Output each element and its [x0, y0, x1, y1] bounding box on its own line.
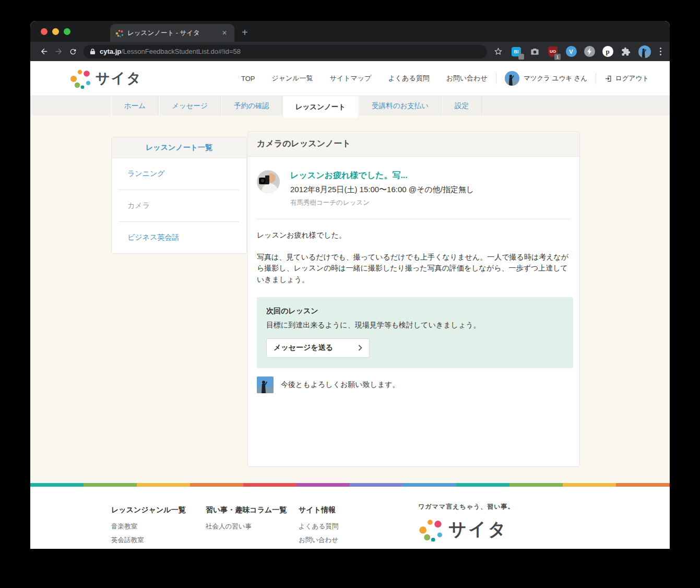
desktop: レッスンノート - サイタ ✕ + cyta.jp/LessonFeedbac — [0, 0, 700, 588]
site-footer: レッスンジャンル一覧 音楽教室 英会話教室 語学の習い事 習い事・趣味コラム一覧… — [30, 487, 670, 549]
divider — [496, 73, 496, 84]
cyta-dots-icon — [418, 518, 442, 542]
nav-sitemap[interactable]: サイトマップ — [330, 74, 372, 83]
url-host: cyta.jp — [100, 48, 121, 55]
reload-button[interactable] — [66, 44, 80, 59]
lesson-note-panel: カメラのレッスンノート レッスンお疲れ様でした。写... 2012年8月25日(… — [247, 131, 580, 467]
browser-tab-title: レッスンノート - サイタ — [127, 29, 220, 38]
global-nav: TOP ジャンル一覧 サイトマップ よくある質問 お問い合わせ — [241, 74, 488, 83]
logout-icon — [604, 75, 612, 83]
browser-window: レッスンノート - サイタ ✕ + cyta.jp/LessonFeedbac — [30, 21, 670, 549]
tab-reservations[interactable]: 予約の確認 — [221, 96, 282, 115]
logout-label: ログアウト — [615, 74, 649, 83]
user-name: マツクラ ユウキ さん — [524, 74, 587, 83]
lock-icon — [90, 48, 96, 55]
next-lesson-box: 次回のレッスン 目標に到達出来るように、現場見学等も検討していきましょう。 メッ… — [257, 297, 573, 368]
ublock-badge: 1 — [554, 54, 561, 60]
lightning-extension-icon[interactable] — [584, 46, 595, 57]
user-avatar — [505, 71, 519, 86]
lesson-datetime: 2012年8月25日(土) 15:00〜16:00 @その他/指定無し — [290, 185, 474, 195]
url-path: /LessonFeedbackStudentList.do#!id=58 — [121, 48, 241, 55]
sidebar-item-camera: カメラ — [112, 190, 246, 221]
footer-column-genres: レッスンジャンル一覧 音楽教室 英会話教室 語学の習い事 — [111, 505, 206, 549]
tab-lesson-notes[interactable]: レッスンノート — [282, 96, 359, 118]
new-tab-button[interactable]: + — [242, 27, 248, 42]
nav-genre-list[interactable]: ジャンル一覧 — [271, 74, 313, 83]
content-area: レッスンノート一覧 ランニング カメラ ビジネス英会話 カメラのレッスンノート — [30, 115, 670, 483]
footer-link-contact[interactable]: お問い合わせ — [299, 536, 382, 545]
coach-avatar — [257, 170, 280, 193]
browser-menu-icon[interactable] — [658, 48, 663, 55]
site-logo[interactable]: サイタ — [69, 68, 142, 89]
close-window-button[interactable] — [41, 28, 48, 35]
panel-title: カメラのレッスンノート — [248, 132, 579, 157]
ublock-extension-icon[interactable]: UO 1 — [547, 46, 559, 57]
browser-profile-avatar[interactable] — [638, 45, 651, 58]
lesson-note-link[interactable]: レッスンお疲れ様でした。写... — [290, 170, 474, 181]
browser-tab[interactable]: レッスンノート - サイタ ✕ — [110, 24, 234, 42]
account-tabbar: ホーム メッセージ 予約の確認 レッスンノート 受講料のお支払い 設定 — [30, 96, 670, 115]
footer-tagline: ワガママ言えちゃう、習い事。 — [418, 502, 515, 511]
footer-logo-text: サイタ — [448, 518, 507, 542]
footer-link-english[interactable]: 英会話教室 — [111, 536, 206, 545]
student-reply-text: 今後ともよろしくお願い致します。 — [281, 380, 400, 390]
back-button[interactable] — [37, 44, 51, 59]
send-message-button[interactable]: メッセージを送る — [266, 338, 370, 358]
cyta-dots-icon — [69, 68, 90, 89]
next-lesson-title: 次回のレッスン — [266, 307, 564, 316]
divider — [257, 219, 571, 219]
student-avatar — [257, 377, 274, 393]
divider — [596, 73, 596, 84]
nav-contact[interactable]: お問い合わせ — [446, 74, 488, 83]
lesson-entry-meta: レッスンお疲れ様でした。写... 2012年8月25日(土) 15:00〜16:… — [290, 170, 474, 207]
sidebar-title: レッスンノート一覧 — [112, 137, 246, 158]
lesson-note-sidebar: レッスンノート一覧 ランニング カメラ ビジネス英会話 — [111, 137, 247, 254]
nav-faq[interactable]: よくある質問 — [388, 74, 430, 83]
site-logo-text: サイタ — [96, 69, 142, 88]
footer-column-site-info: サイト情報 よくある質問 お問い合わせ ニュース — [299, 505, 382, 549]
nav-top[interactable]: TOP — [241, 75, 255, 83]
footer-logo[interactable]: サイタ — [418, 518, 515, 542]
pinterest-extension-icon[interactable]: p — [602, 46, 613, 57]
footer-link-faq[interactable]: よくある質問 — [299, 522, 382, 531]
bookmark-star-icon[interactable] — [492, 46, 504, 57]
sidebar-item-business-english[interactable]: ビジネス英会話 — [112, 222, 246, 253]
close-tab-icon[interactable]: ✕ — [220, 28, 229, 38]
student-reply: 今後ともよろしくお願い致します。 — [257, 377, 571, 393]
logout-link[interactable]: ログアウト — [604, 74, 649, 83]
lesson-entry-header: レッスンお疲れ様でした。写... 2012年8月25日(土) 15:00〜16:… — [257, 170, 571, 207]
site-favicon — [115, 29, 123, 37]
vimium-extension-icon[interactable]: V — [565, 46, 577, 57]
tab-messages[interactable]: メッセージ — [159, 96, 221, 115]
browser-tabstrip: レッスンノート - サイタ ✕ + — [30, 21, 670, 42]
footer-brand: ワガママ言えちゃう、習い事。 サイタ — [418, 502, 515, 542]
note-paragraph-1: レッスンお疲れ様でした。 — [257, 230, 570, 241]
zoom-window-button[interactable] — [64, 28, 70, 35]
hatena-extension-icon[interactable]: B! — [511, 46, 522, 57]
tab-home[interactable]: ホーム — [111, 96, 159, 115]
forward-button[interactable] — [51, 44, 66, 59]
panel-body: レッスンお疲れ様でした。写... 2012年8月25日(土) 15:00〜16:… — [248, 157, 579, 466]
tab-settings[interactable]: 設定 — [442, 96, 482, 115]
browser-toolbar: cyta.jp/LessonFeedbackStudentList.do#!id… — [30, 42, 670, 61]
extensions-bar: B! UO 1 V p — [492, 45, 663, 58]
footer-column-columns: 習い事・趣味コラム一覧 社会人の習い事 — [206, 505, 299, 549]
tab-payments[interactable]: 受講料のお支払い — [359, 96, 442, 115]
extensions-puzzle-icon[interactable] — [620, 46, 632, 57]
chevron-right-icon — [358, 345, 362, 351]
user-account[interactable]: マツクラ ユウキ さん — [505, 71, 587, 86]
webpage: サイタ TOP ジャンル一覧 サイトマップ よくある質問 お問い合わせ マツクラ… — [30, 61, 670, 549]
site-header: サイタ TOP ジャンル一覧 サイトマップ よくある質問 お問い合わせ マツクラ… — [30, 61, 670, 96]
note-paragraph-2: 写真は、見ているだけでも、撮っているだけでも上手くなりません。一人で撮る時は考え… — [257, 252, 570, 286]
camera-extension-icon[interactable] — [529, 46, 540, 57]
minimize-window-button[interactable] — [52, 28, 59, 35]
hatena-badge — [518, 54, 524, 60]
lesson-coach: 有馬秀樹コーチのレッスン — [290, 198, 474, 207]
url-bar[interactable]: cyta.jp/LessonFeedbackStudentList.do#!id… — [84, 45, 487, 58]
footer-link-music[interactable]: 音楽教室 — [111, 522, 206, 531]
footer-color-stripe — [30, 483, 670, 487]
traffic-lights — [30, 21, 81, 42]
next-lesson-desc: 目標に到達出来るように、現場見学等も検討していきましょう。 — [266, 321, 564, 330]
sidebar-item-running[interactable]: ランニング — [112, 158, 246, 190]
footer-link-adult-lessons[interactable]: 社会人の習い事 — [206, 522, 299, 531]
